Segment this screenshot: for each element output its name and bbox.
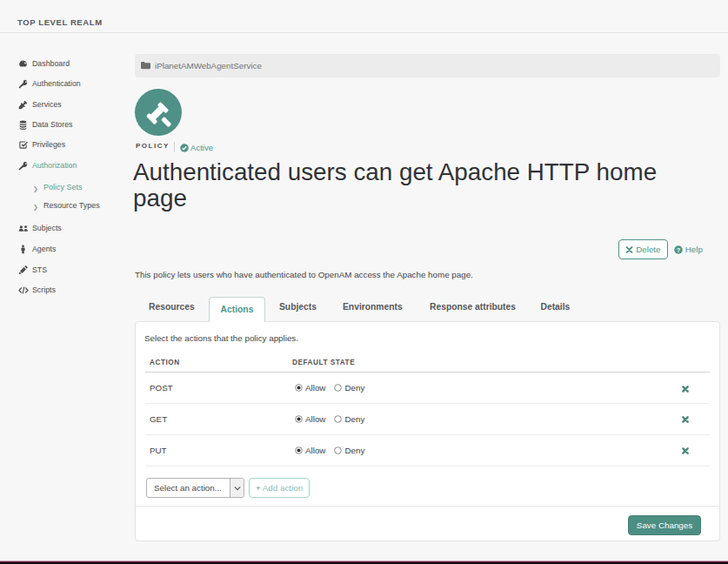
svg-text:?: ? (677, 245, 681, 253)
